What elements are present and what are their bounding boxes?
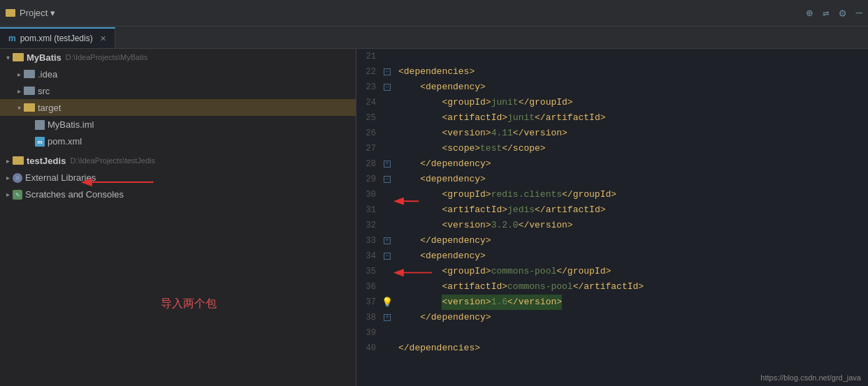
src-label: src xyxy=(38,86,50,96)
tab-pom-xml[interactable]: m pom.xml (testJedis) ✕ xyxy=(0,27,115,48)
tab-xml-icon: m xyxy=(8,34,16,43)
sidebar-item-testjedis[interactable]: testJedis D:\IdeaProjects\testJedis xyxy=(0,152,356,169)
editor-content: 21 22 23 24 25 26 27 28 29 30 31 32 33 3… xyxy=(356,49,868,386)
code-line-39 xyxy=(398,325,868,341)
scratch-icon: ✎ xyxy=(13,190,22,200)
gutter-21 xyxy=(382,49,393,64)
code-line-34: <dependency> xyxy=(398,248,868,264)
line-numbers: 21 22 23 24 25 26 27 28 29 30 31 32 33 3… xyxy=(356,49,382,386)
gutter-23[interactable]: − xyxy=(382,80,393,95)
gutter-40 xyxy=(382,341,393,356)
top-bar: Project ▾ ⊕ ⇌ ⚙ — xyxy=(0,0,868,27)
code-line-28: </dependency> xyxy=(398,156,868,172)
sidebar-item-target[interactable]: target xyxy=(0,99,356,116)
scratches-label: Scratches and Consoles xyxy=(25,189,124,200)
gutter: − − + − + − 💡 + xyxy=(382,49,393,386)
code-line-38: </dependency> xyxy=(398,310,868,325)
gutter-38[interactable]: + xyxy=(382,310,393,325)
code-line-37: <version>1.6</version> xyxy=(398,295,868,310)
watermark: https://blog.csdn.net/grd_java xyxy=(760,373,861,382)
gutter-35 xyxy=(382,264,393,279)
top-bar-left: Project ▾ xyxy=(6,8,55,18)
gutter-26 xyxy=(382,126,393,141)
code-line-30: <groupId>redis.clients</groupId> xyxy=(398,187,868,202)
code-line-24: <groupId>junit</groupId> xyxy=(398,95,868,110)
arrow-ext-libs xyxy=(3,174,13,181)
code-line-27: <scope>test</scope> xyxy=(398,141,868,156)
gutter-33[interactable]: + xyxy=(382,233,393,248)
sidebar-item-mybatis[interactable]: MyBatis D:\IdeaProjects\MyBatis xyxy=(0,49,356,66)
code-line-35: <groupId>commons-pool</groupId> xyxy=(398,264,868,279)
gutter-28[interactable]: + xyxy=(382,156,393,172)
testjedis-label: testJedis xyxy=(27,156,66,166)
gutter-36 xyxy=(382,279,393,295)
code-line-31: <artifactId>jedis</artifactId> xyxy=(398,202,868,218)
chinese-annotation: 导入两个包 xyxy=(161,297,217,311)
editor: 21 22 23 24 25 26 27 28 29 30 31 32 33 3… xyxy=(356,49,868,386)
main-content: MyBatis D:\IdeaProjects\MyBatis .idea sr… xyxy=(0,49,868,386)
arrow-mybatis xyxy=(3,54,13,61)
tab-bar: m pom.xml (testJedis) ✕ xyxy=(0,27,868,49)
ext-libs-label: External Libraries xyxy=(25,172,96,183)
code-line-26: <version>4.11</version> xyxy=(398,126,868,141)
gutter-30 xyxy=(382,187,393,202)
mybatis-label: MyBatis xyxy=(27,52,62,63)
add-module-icon[interactable]: ⊕ xyxy=(806,6,813,20)
tag-span: <groupId> xyxy=(442,95,491,110)
code-line-21 xyxy=(398,49,868,64)
text-span: junit xyxy=(491,95,519,110)
sync-icon[interactable]: ⇌ xyxy=(823,6,830,20)
sidebar: MyBatis D:\IdeaProjects\MyBatis .idea sr… xyxy=(0,49,356,386)
code-line-23: <dependency> xyxy=(398,80,868,95)
idea-label: .idea xyxy=(38,69,57,80)
gutter-39 xyxy=(382,325,393,341)
top-bar-icons: ⊕ ⇌ ⚙ — xyxy=(806,6,862,20)
project-dropdown-arrow[interactable]: ▾ xyxy=(50,8,55,18)
arrow-target xyxy=(14,104,24,112)
testjedis-path: D:\IdeaProjects\testJedis xyxy=(70,156,155,165)
gutter-25 xyxy=(382,110,393,126)
iml-file-icon xyxy=(35,120,45,130)
code-line-32: <version>3.2.0</version> xyxy=(398,218,868,233)
pom-xml-icon: m xyxy=(35,137,45,147)
gutter-22[interactable]: − xyxy=(382,64,393,80)
gutter-29[interactable]: − xyxy=(382,172,393,187)
sidebar-item-pom-xml[interactable]: m pom.xml xyxy=(0,133,356,149)
settings-icon[interactable]: ⚙ xyxy=(839,6,846,20)
gutter-32 xyxy=(382,218,393,233)
minimize-icon[interactable]: — xyxy=(855,7,862,20)
arrow-idea xyxy=(14,70,24,78)
code-area[interactable]: <dependencies> <dependency> <groupId>jun… xyxy=(393,49,868,386)
gutter-37: 💡 xyxy=(382,295,393,310)
code-line-29: <dependency> xyxy=(398,172,868,187)
arrow-src xyxy=(14,87,24,95)
code-line-40: </dependencies> xyxy=(398,341,868,356)
project-folder-icon xyxy=(6,9,15,17)
mybatis-path: D:\IdeaProjects\MyBatis xyxy=(66,53,147,61)
code-line-33: </dependency> xyxy=(398,233,868,248)
sidebar-item-idea[interactable]: .idea xyxy=(0,66,356,82)
arrow-scratches xyxy=(3,191,13,198)
project-label[interactable]: Project ▾ xyxy=(20,8,55,18)
pom-xml-label: pom.xml xyxy=(48,136,82,147)
gutter-24 xyxy=(382,95,393,110)
idea-folder-icon xyxy=(24,70,35,78)
ext-lib-icon: ≡ xyxy=(13,173,22,183)
mybatis-iml-label: MyBatis.iml xyxy=(48,119,94,130)
gutter-31 xyxy=(382,202,393,218)
tab-close-button[interactable]: ✕ xyxy=(100,34,106,43)
sidebar-item-src[interactable]: src xyxy=(0,82,356,99)
target-label: target xyxy=(38,103,61,113)
tag-span: </groupId> xyxy=(519,95,573,110)
sidebar-item-scratches[interactable]: ✎ Scratches and Consoles xyxy=(0,186,356,202)
project-label-text: Project xyxy=(20,8,48,18)
code-line-36: <artifactId>commons-pool</artifactId> xyxy=(398,279,868,295)
tab-filename: pom.xml (testJedis) xyxy=(20,34,93,43)
sidebar-item-mybatis-iml[interactable]: MyBatis.iml xyxy=(0,116,356,133)
gutter-34[interactable]: − xyxy=(382,248,393,264)
sidebar-item-ext-libs[interactable]: ≡ External Libraries xyxy=(0,169,356,186)
arrow-testjedis xyxy=(3,157,13,165)
testjedis-folder-icon xyxy=(13,156,24,165)
src-folder-icon xyxy=(24,87,35,95)
code-line-22: <dependencies> xyxy=(398,64,868,80)
